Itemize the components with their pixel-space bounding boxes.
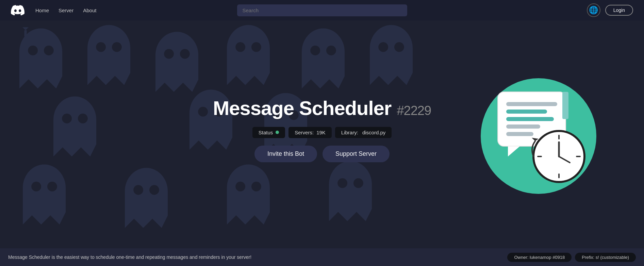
servers-value: 19K	[316, 130, 326, 135]
footer-description: Message Scheduler is the easiest way to …	[8, 254, 507, 260]
svg-rect-28	[370, 48, 413, 73]
svg-marker-49	[23, 212, 66, 225]
bg-ghost-7	[44, 95, 105, 156]
svg-point-26	[326, 46, 336, 55]
hero-title: Message Scheduler #2229	[213, 97, 431, 119]
svg-point-66	[353, 178, 363, 188]
library-badge: Library: discord.py	[335, 127, 392, 138]
svg-point-30	[378, 42, 388, 52]
nav-server[interactable]: Server	[59, 7, 73, 13]
svg-marker-64	[329, 209, 372, 221]
svg-point-4	[44, 46, 54, 55]
servers-label: Servers:	[295, 130, 314, 135]
bot-icon-wrap	[481, 78, 596, 194]
svg-rect-63	[329, 184, 372, 209]
svg-point-31	[394, 42, 404, 52]
logo[interactable]	[11, 3, 24, 17]
bg-ghost-3	[146, 31, 208, 92]
svg-point-60	[235, 182, 245, 192]
svg-rect-18	[227, 48, 270, 73]
svg-point-25	[310, 46, 320, 55]
svg-rect-13	[155, 55, 198, 80]
svg-point-15	[164, 49, 174, 59]
svg-point-50	[31, 182, 41, 192]
svg-rect-1	[19, 52, 62, 76]
footer-tags: Owner: lukenamop #0918 Prefix: s! (custo…	[507, 253, 636, 262]
navbar: Home Server About 🌐 Login	[0, 0, 644, 20]
bg-ghost-1	[10, 27, 71, 88]
svg-rect-69	[506, 102, 557, 106]
svg-rect-72	[506, 124, 540, 129]
bg-ghost-6	[361, 24, 422, 85]
search-input[interactable]	[237, 4, 407, 16]
svg-rect-23	[302, 52, 345, 76]
svg-marker-2	[19, 76, 62, 88]
svg-point-16	[180, 49, 190, 59]
footer-bar: Message Scheduler is the easiest way to …	[0, 248, 644, 266]
status-badge: Status	[252, 127, 285, 138]
svg-point-20	[235, 42, 245, 52]
translate-button[interactable]: 🌐	[587, 3, 600, 17]
bg-ghost-10	[14, 163, 75, 225]
hero-section: Message Scheduler #2229 Status Servers: …	[0, 20, 644, 252]
svg-point-55	[133, 185, 143, 195]
status-online-dot	[276, 131, 279, 134]
svg-point-3	[28, 46, 38, 55]
discord-logo-icon	[11, 3, 24, 17]
nav-links: Home Server About	[35, 7, 96, 13]
nav-about[interactable]: About	[83, 7, 96, 13]
bg-ghost-4	[218, 24, 279, 85]
svg-point-51	[47, 182, 57, 192]
bg-ghost-13	[320, 160, 381, 221]
svg-point-11	[112, 42, 122, 52]
svg-marker-68	[508, 146, 520, 156]
svg-marker-6	[22, 27, 29, 30]
svg-point-21	[251, 42, 261, 52]
svg-rect-74	[562, 92, 568, 119]
svg-marker-59	[227, 212, 270, 225]
status-label: Status	[259, 130, 273, 135]
bot-icon-svg	[488, 85, 590, 187]
invite-bot-button[interactable]: Invite this Bot	[254, 146, 317, 162]
svg-rect-8	[87, 48, 130, 73]
svg-marker-19	[227, 73, 270, 85]
hero-title-text: Message Scheduler	[213, 97, 392, 119]
svg-point-61	[251, 182, 261, 192]
support-server-button[interactable]: Support Server	[323, 146, 390, 162]
bg-ghost-12	[218, 163, 279, 225]
footer-prefix-tag: Prefix: s! (customizable)	[575, 253, 636, 262]
servers-badge: Servers: 19K	[288, 127, 332, 138]
library-label: Library:	[341, 130, 358, 135]
svg-rect-53	[125, 191, 168, 216]
svg-marker-24	[302, 76, 345, 88]
svg-marker-34	[53, 144, 96, 156]
bg-ghost-11	[116, 167, 177, 228]
library-value: discord.py	[362, 130, 385, 135]
hero-badges: Status Servers: 19K Library: discord.py	[252, 127, 392, 138]
svg-point-40	[198, 107, 208, 117]
search-wrap	[237, 4, 407, 16]
svg-rect-33	[53, 120, 96, 144]
svg-marker-9	[87, 73, 130, 85]
svg-point-35	[62, 114, 72, 123]
hero-content: Message Scheduler #2229 Status Servers: …	[213, 97, 431, 162]
bg-ghost-5	[293, 27, 354, 88]
nav-right: 🌐 Login	[587, 3, 633, 17]
nav-home[interactable]: Home	[35, 7, 49, 13]
svg-marker-54	[125, 216, 168, 228]
svg-point-10	[96, 42, 106, 52]
svg-rect-58	[227, 188, 270, 212]
svg-rect-71	[506, 117, 554, 121]
footer-owner-tag: Owner: lukenamop #0918	[507, 253, 572, 262]
svg-point-56	[149, 185, 159, 195]
svg-rect-70	[506, 110, 547, 114]
bot-icon-circle	[481, 78, 596, 194]
svg-point-36	[78, 114, 88, 123]
bg-ghost-2	[78, 24, 139, 85]
svg-rect-48	[23, 188, 66, 212]
svg-rect-73	[506, 132, 533, 136]
hero-title-tag: #2229	[397, 103, 431, 118]
svg-marker-29	[370, 73, 413, 85]
login-button[interactable]: Login	[605, 5, 633, 16]
hero-buttons: Invite this Bot Support Server	[254, 146, 390, 162]
